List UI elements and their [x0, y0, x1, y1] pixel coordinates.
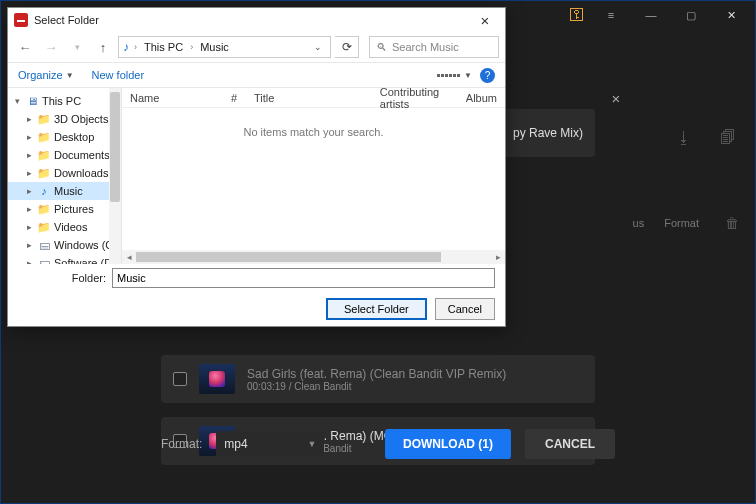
list-header: Name # Title Contributing artists Album [122, 88, 505, 108]
col-album[interactable]: Album [458, 92, 505, 104]
scroll-thumb[interactable] [136, 252, 441, 262]
track-checkbox[interactable] [173, 372, 187, 386]
music-icon: ♪ [123, 40, 129, 54]
nav-forward-icon[interactable]: → [40, 36, 62, 58]
download-icon[interactable]: ⭳ [675, 129, 693, 147]
horizontal-scrollbar[interactable]: ◂ ▸ [122, 250, 505, 264]
tree-item-videos[interactable]: ▸📁Videos [8, 218, 121, 236]
col-format: Format [664, 217, 699, 229]
download-button[interactable]: DOWNLOAD (1) [385, 429, 511, 459]
select-folder-dialog: Select Folder × ← → ▾ ↑ ♪ › This PC › Mu… [7, 7, 506, 327]
expander-icon[interactable]: ▸ [24, 222, 34, 232]
tree-label: Videos [54, 221, 87, 233]
refresh-icon[interactable]: ⟳ [335, 36, 359, 58]
dialog-title: Select Folder [34, 14, 471, 26]
folder-icon: 📁 [37, 113, 51, 126]
tree-item-this-pc[interactable]: ▾🖥This PC [8, 92, 121, 110]
file-list-pane: Name # Title Contributing artists Album … [122, 88, 505, 264]
track-meta: 00:03:19 / Clean Bandit [247, 381, 506, 392]
breadcrumb-current[interactable]: Music [198, 41, 231, 53]
tree-scrollbar[interactable] [109, 88, 121, 264]
expander-icon[interactable]: ▸ [24, 132, 34, 142]
cancel-button[interactable]: Cancel [435, 298, 495, 320]
drive-icon: 🖴 [37, 257, 51, 264]
nav-recent-icon[interactable]: ▾ [66, 36, 88, 58]
expander-icon[interactable]: ▸ [24, 186, 34, 196]
tree-item-music[interactable]: ▸♪Music [8, 182, 121, 200]
view-options-icon[interactable]: ▼ [437, 71, 472, 80]
chevron-right-icon: › [187, 42, 196, 52]
folder-input[interactable] [112, 268, 495, 288]
expander-icon[interactable]: ▸ [24, 258, 34, 264]
key-icon[interactable]: ⚿ [569, 6, 585, 24]
breadcrumb-root[interactable]: This PC [142, 41, 185, 53]
tree-label: This PC [42, 95, 81, 107]
expander-icon[interactable]: ▸ [24, 150, 34, 160]
tree-label: Downloads [54, 167, 108, 179]
tree-label: Documents [54, 149, 110, 161]
search-placeholder: Search Music [392, 41, 459, 53]
col-name[interactable]: Name [122, 92, 222, 104]
search-icon: 🔍︎ [376, 41, 387, 53]
tree-label: 3D Objects [54, 113, 108, 125]
expander-icon[interactable]: ▸ [24, 168, 34, 178]
maximize-icon[interactable]: ▢ [673, 3, 709, 27]
dialog-close-icon[interactable]: × [471, 12, 499, 29]
expander-icon[interactable]: ▸ [24, 240, 34, 250]
select-folder-button[interactable]: Select Folder [326, 298, 427, 320]
address-bar[interactable]: ♪ › This PC › Music ⌄ [118, 36, 331, 58]
tree-item-windows-c-[interactable]: ▸🖴Windows (C:) [8, 236, 121, 254]
tree-item-documents[interactable]: ▸📁Documents [8, 146, 121, 164]
chevron-right-icon: › [131, 42, 140, 52]
format-value: mp4 [224, 437, 247, 451]
tree-item-downloads[interactable]: ▸📁Downloads [8, 164, 121, 182]
menu-icon[interactable]: ≡ [593, 3, 629, 27]
search-input[interactable]: 🔍︎ Search Music [369, 36, 499, 58]
help-icon[interactable]: ? [480, 68, 495, 83]
col-artists[interactable]: Contributing artists [372, 86, 458, 110]
clipboard-icon[interactable]: 🗐 [719, 129, 737, 147]
nav-up-icon[interactable]: ↑ [92, 36, 114, 58]
expander-icon[interactable]: ▸ [24, 114, 34, 124]
folder-label: Folder: [18, 272, 106, 284]
expander-icon[interactable]: ▸ [24, 204, 34, 214]
panel-close-icon[interactable]: × [605, 87, 627, 109]
close-icon[interactable]: ✕ [713, 3, 749, 27]
new-folder-button[interactable]: New folder [92, 69, 145, 81]
address-dropdown-icon[interactable]: ⌄ [310, 42, 326, 52]
col-title[interactable]: Title [246, 92, 372, 104]
folder-icon: 📁 [37, 131, 51, 144]
trash-icon[interactable]: 🗑 [725, 215, 739, 231]
queue-headers: us Format 🗑 [633, 215, 739, 231]
dialog-toolbar: Organize▼ New folder ▼ ? [8, 62, 505, 88]
scroll-left-icon[interactable]: ◂ [122, 252, 136, 262]
dialog-titlebar: Select Folder × [8, 8, 505, 32]
folder-icon: 📁 [37, 167, 51, 180]
chevron-down-icon: ▼ [307, 439, 316, 449]
col-number[interactable]: # [222, 92, 246, 104]
track-name: Sad Girls (feat. Rema) (Clean Bandit VIP… [247, 367, 506, 381]
tree-label: Pictures [54, 203, 94, 215]
nav-back-icon[interactable]: ← [14, 36, 36, 58]
pc-icon: 🖥 [25, 95, 39, 107]
tree-item-3d-objects[interactable]: ▸📁3D Objects [8, 110, 121, 128]
music-icon: ♪ [37, 185, 51, 197]
dialog-buttons: Select Folder Cancel [8, 292, 505, 326]
scroll-right-icon[interactable]: ▸ [491, 252, 505, 262]
expander-icon[interactable]: ▾ [12, 96, 22, 106]
col-status: us [633, 217, 645, 229]
tree-item-software-d-[interactable]: ▸🖴Software (D:) [8, 254, 121, 264]
folder-icon: 📁 [37, 149, 51, 162]
scroll-thumb[interactable] [110, 92, 120, 202]
minimize-icon[interactable]: — [633, 3, 669, 27]
folder-icon: 📁 [37, 203, 51, 216]
track-row[interactable]: Sad Girls (feat. Rema) (Clean Bandit VIP… [161, 355, 595, 403]
organize-menu[interactable]: Organize▼ [18, 69, 74, 81]
tree-item-pictures[interactable]: ▸📁Pictures [8, 200, 121, 218]
format-select[interactable]: mp4 ▼ [216, 431, 324, 457]
tree-item-desktop[interactable]: ▸📁Desktop [8, 128, 121, 146]
cancel-button[interactable]: CANCEL [525, 429, 615, 459]
format-label: Format: [161, 437, 202, 451]
dialog-content: ▾🖥This PC▸📁3D Objects▸📁Desktop▸📁Document… [8, 88, 505, 264]
dialog-nav: ← → ▾ ↑ ♪ › This PC › Music ⌄ ⟳ 🔍︎ Searc… [8, 32, 505, 62]
